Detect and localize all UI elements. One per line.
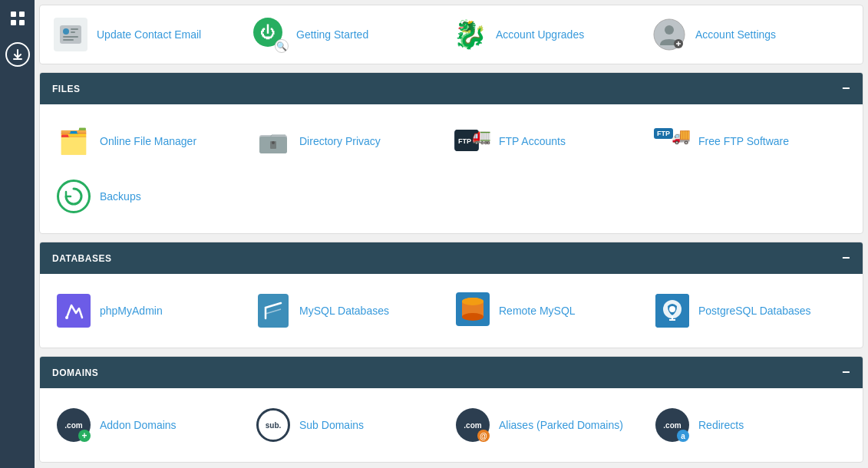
files-header: FILES − [40, 73, 863, 104]
ftp-badge-icon: FTP [654, 128, 673, 139]
phpmyadmin-label[interactable]: phpMyAdmin [100, 305, 163, 317]
file-manager-icon: 🗂️ [58, 127, 89, 156]
sub-domains-item[interactable]: sub. Sub Domains [252, 400, 445, 450]
svg-rect-7 [63, 36, 78, 38]
svg-rect-8 [63, 39, 74, 41]
dir-privacy-icon [258, 126, 289, 157]
svg-rect-6 [63, 28, 69, 35]
files-title: FILES [52, 84, 81, 94]
aliases-label[interactable]: Aliases (Parked Domains) [499, 419, 623, 431]
svg-text:FTP: FTP [458, 137, 471, 145]
domains-title: DOMAINS [52, 367, 98, 378]
main-content: Update Contact Email ⏻ 🔍 Getting Started… [35, 0, 868, 468]
upload-icon[interactable] [5, 42, 30, 67]
ftp-accounts-item[interactable]: FTP 🚛 FTP Accounts [451, 117, 645, 166]
svg-point-12 [665, 25, 674, 35]
update-contact-label[interactable]: Update Contact Email [97, 28, 201, 41]
dragon-icon: 🐉 [453, 21, 487, 48]
contact-icon [54, 18, 87, 51]
sub-domains-label[interactable]: Sub Domains [299, 419, 364, 431]
sidebar [0, 0, 35, 468]
files-body: 🗂️ Online File Manager Directory Privacy [40, 104, 863, 233]
directory-privacy-label[interactable]: Directory Privacy [299, 135, 381, 147]
databases-section: DATABASES − phpMyAdmin [39, 242, 863, 348]
backups-label[interactable]: Backups [100, 190, 141, 203]
files-collapse[interactable]: − [842, 81, 850, 97]
mysql-label[interactable]: MySQL Databases [299, 305, 389, 317]
update-contact-item[interactable]: Update Contact Email [52, 12, 252, 58]
domains-collapse[interactable]: − [842, 364, 850, 381]
svg-rect-1 [19, 12, 25, 17]
svg-point-27 [462, 298, 484, 305]
files-section: FILES − 🗂️ Online File Manager [39, 72, 863, 234]
mysql-item[interactable]: MySQL Databases [252, 286, 445, 335]
remote-mysql-item[interactable]: Remote MySQL [451, 286, 645, 335]
redirects-label[interactable]: Redirects [698, 419, 744, 431]
account-settings-item[interactable]: Account Settings [651, 12, 850, 58]
free-ftp-label[interactable]: Free FTP Software [698, 135, 789, 147]
svg-rect-5 [60, 25, 81, 44]
mysql-icon [258, 294, 289, 328]
aliases-icon: .com @ [456, 408, 490, 442]
databases-body: phpMyAdmin MySQL Databases [40, 274, 863, 348]
addon-domains-item[interactable]: .com + Addon Domains [52, 400, 246, 450]
svg-rect-10 [71, 31, 75, 33]
redirects-item[interactable]: .com a Redirects [651, 400, 844, 450]
account-upgrades-item[interactable]: 🐉 Account Upgrades [451, 12, 651, 58]
aliases-item[interactable]: .com @ Aliases (Parked Domains) [451, 400, 645, 450]
grid-icon[interactable] [5, 6, 30, 35]
backups-item[interactable]: Backups [52, 172, 246, 221]
directory-privacy-item[interactable]: Directory Privacy [252, 117, 445, 166]
svg-point-30 [669, 306, 675, 312]
online-file-manager-label[interactable]: Online File Manager [100, 135, 196, 147]
databases-header: DATABASES − [40, 242, 863, 274]
account-settings-label[interactable]: Account Settings [695, 28, 776, 41]
svg-rect-4 [13, 58, 22, 60]
databases-collapse[interactable]: − [842, 250, 850, 266]
postgresql-icon [655, 294, 689, 328]
account-upgrades-label[interactable]: Account Upgrades [496, 28, 584, 41]
ftp-accounts-label[interactable]: FTP Accounts [499, 135, 566, 147]
svg-rect-9 [71, 28, 78, 30]
account-settings-icon [652, 18, 686, 51]
remote-mysql-icon [456, 292, 490, 329]
domains-section: DOMAINS − .com + Addon Domains sub. [39, 356, 863, 463]
svg-point-17 [272, 141, 275, 144]
redirects-icon: .com a [655, 408, 689, 442]
postgresql-label[interactable]: PostgreSQL Databases [698, 305, 811, 317]
svg-rect-22 [259, 294, 287, 328]
free-ftp-item[interactable]: FTP 🚚 Free FTP Software [651, 117, 844, 166]
sub-domains-icon: sub. [256, 408, 290, 442]
databases-title: DATABASES [52, 253, 111, 264]
addon-domains-label[interactable]: Addon Domains [100, 419, 177, 431]
postgresql-item[interactable]: PostgreSQL Databases [651, 286, 844, 335]
backups-icon [57, 180, 91, 213]
online-file-manager-item[interactable]: 🗂️ Online File Manager [52, 117, 246, 166]
phpmyadmin-icon [57, 294, 91, 328]
svg-rect-2 [11, 20, 16, 25]
remote-mysql-label[interactable]: Remote MySQL [499, 305, 576, 317]
phpmyadmin-item[interactable]: phpMyAdmin [52, 286, 246, 335]
svg-rect-0 [11, 12, 16, 17]
svg-rect-3 [19, 20, 25, 25]
domains-body: .com + Addon Domains sub. Sub Domains [40, 388, 863, 462]
getting-started-item[interactable]: ⏻ 🔍 Getting Started [252, 12, 451, 58]
svg-point-26 [462, 313, 484, 321]
addon-domains-icon: .com + [57, 408, 91, 442]
svg-point-21 [65, 316, 68, 319]
domains-header: DOMAINS − [40, 357, 863, 388]
account-row: Update Contact Email ⏻ 🔍 Getting Started… [39, 5, 863, 64]
getting-started-label[interactable]: Getting Started [296, 28, 368, 41]
